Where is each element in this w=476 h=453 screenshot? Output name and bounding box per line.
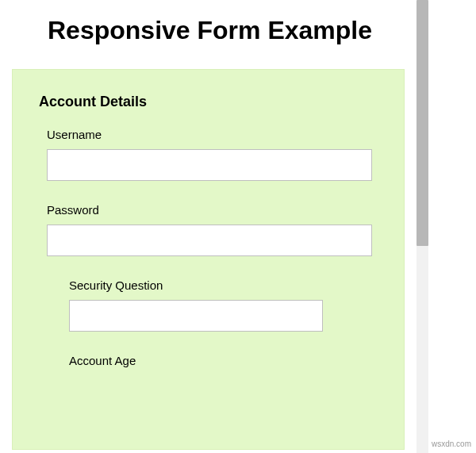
- section-title: Account Details: [39, 94, 384, 110]
- vertical-scrollbar[interactable]: [416, 0, 428, 453]
- password-field-group: Password: [47, 203, 384, 256]
- watermark-text: wsxdn.com: [432, 440, 471, 448]
- security-question-label: Security Question: [69, 278, 384, 292]
- account-age-label: Account Age: [69, 354, 384, 367]
- page-title: Responsive Form Example: [0, 0, 416, 69]
- username-input[interactable]: [47, 149, 372, 181]
- security-question-input[interactable]: [69, 300, 323, 332]
- account-details-card: Account Details Username Password Securi…: [12, 69, 405, 450]
- password-input[interactable]: [47, 225, 372, 256]
- page-content: Responsive Form Example Account Details …: [0, 0, 416, 453]
- account-age-field-group: Account Age: [69, 354, 384, 367]
- security-question-field-group: Security Question: [69, 278, 384, 332]
- scrollbar-thumb[interactable]: [416, 0, 428, 246]
- username-label: Username: [47, 128, 384, 141]
- password-label: Password: [47, 203, 384, 217]
- username-field-group: Username: [47, 128, 384, 181]
